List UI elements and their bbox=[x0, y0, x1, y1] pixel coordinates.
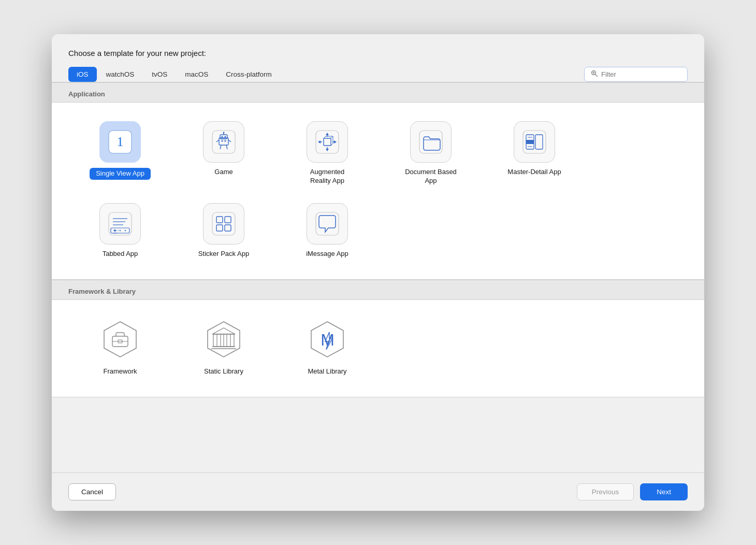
framework-icon bbox=[98, 319, 142, 362]
single-view-app-label: Single View App bbox=[90, 168, 151, 180]
template-sticker-pack[interactable]: Sticker Pack App bbox=[172, 197, 275, 265]
svg-point-10 bbox=[225, 136, 226, 138]
metal-library-icon: M bbox=[306, 319, 349, 362]
tabbed-app-icon bbox=[107, 210, 134, 237]
application-template-grid: 1 Single View App bbox=[68, 115, 688, 265]
template-document-app[interactable]: Document BasedApp bbox=[379, 115, 483, 192]
application-section-body: 1 Single View App bbox=[52, 103, 704, 280]
master-detail-icon bbox=[521, 128, 548, 155]
svg-text:1: 1 bbox=[117, 134, 124, 149]
framework-library-section-header: Framework & Library bbox=[52, 280, 704, 300]
next-button[interactable]: Next bbox=[640, 483, 688, 500]
tabbed-app-label: Tabbed App bbox=[103, 250, 138, 259]
game-icon bbox=[210, 128, 237, 155]
tab-watchos[interactable]: watchOS bbox=[98, 67, 143, 82]
metal-library-icon-wrapper: M bbox=[306, 319, 349, 362]
framework-template-grid: Framework bbox=[68, 312, 688, 382]
svg-point-12 bbox=[223, 132, 225, 134]
template-static-library[interactable]: Static Library bbox=[172, 312, 275, 382]
imessage-app-icon-wrapper bbox=[307, 203, 348, 245]
template-master-detail[interactable]: Master-Detail App bbox=[483, 115, 586, 192]
master-detail-label: Master-Detail App bbox=[507, 168, 561, 177]
ar-app-icon-wrapper bbox=[307, 121, 348, 163]
dialog-footer: Cancel Previous Next bbox=[52, 472, 704, 511]
framework-icon-wrapper bbox=[98, 319, 142, 362]
ar-app-label: AugmentedReality App bbox=[310, 168, 345, 185]
svg-point-9 bbox=[222, 136, 223, 138]
template-metal-library[interactable]: M Metal Library bbox=[275, 312, 379, 382]
svg-marker-60 bbox=[104, 322, 136, 357]
svg-rect-54 bbox=[212, 212, 235, 235]
master-detail-icon-wrapper bbox=[514, 121, 555, 163]
game-label: Game bbox=[214, 168, 232, 177]
dialog-title: Choose a template for your new project: bbox=[52, 49, 704, 67]
document-app-icon-wrapper bbox=[410, 121, 452, 163]
previous-button[interactable]: Previous bbox=[577, 483, 634, 500]
svg-rect-42 bbox=[109, 212, 132, 235]
document-app-icon bbox=[417, 128, 444, 155]
tab-macos[interactable]: macOS bbox=[177, 67, 216, 82]
filter-box bbox=[584, 67, 688, 82]
game-icon-wrapper bbox=[203, 121, 244, 163]
svg-point-51 bbox=[113, 230, 114, 231]
framework-label: Framework bbox=[103, 367, 137, 376]
framework-library-section-body: Framework bbox=[52, 300, 704, 397]
imessage-app-label: iMessage App bbox=[306, 250, 348, 259]
document-app-label: Document BasedApp bbox=[405, 168, 457, 185]
static-library-icon bbox=[202, 319, 245, 362]
ar-app-icon bbox=[314, 128, 341, 155]
framework-library-section: Framework & Library bbox=[52, 280, 704, 397]
tabs-container: iOS watchOS tvOS macOS Cross-platform bbox=[68, 67, 584, 82]
filter-icon bbox=[591, 70, 598, 79]
tab-ios[interactable]: iOS bbox=[68, 67, 97, 82]
imessage-app-icon bbox=[314, 210, 341, 237]
tab-cross-platform[interactable]: Cross-platform bbox=[217, 67, 280, 82]
metal-library-label: Metal Library bbox=[308, 367, 346, 376]
tab-tvos[interactable]: tvOS bbox=[143, 67, 176, 82]
sticker-pack-label: Sticker Pack App bbox=[198, 250, 249, 259]
svg-line-1 bbox=[595, 75, 598, 77]
sticker-pack-icon-wrapper bbox=[203, 203, 244, 245]
template-game[interactable]: Game bbox=[172, 115, 275, 192]
application-section: Application 1 Single View App bbox=[52, 82, 704, 280]
template-framework[interactable]: Framework bbox=[68, 312, 172, 382]
svg-point-53 bbox=[118, 230, 119, 231]
tabbed-app-icon-wrapper bbox=[99, 203, 141, 245]
template-tabbed-app[interactable]: Tabbed App bbox=[68, 197, 172, 265]
single-view-app-icon-wrapper: 1 bbox=[99, 121, 141, 163]
static-library-label: Static Library bbox=[204, 367, 243, 376]
template-single-view-app[interactable]: 1 Single View App bbox=[68, 115, 172, 192]
sticker-pack-icon bbox=[210, 210, 237, 237]
svg-point-52 bbox=[115, 230, 117, 231]
template-ar-app[interactable]: AugmentedReality App bbox=[275, 115, 379, 192]
filter-input[interactable] bbox=[601, 70, 674, 78]
static-library-icon-wrapper bbox=[202, 319, 245, 362]
single-view-app-icon: 1 bbox=[107, 128, 134, 155]
footer-right-buttons: Previous Next bbox=[577, 483, 688, 500]
platform-tab-bar: iOS watchOS tvOS macOS Cross-platform bbox=[52, 67, 704, 82]
svg-rect-39 bbox=[526, 140, 534, 144]
svg-marker-66 bbox=[212, 328, 235, 334]
template-content-area: Application 1 Single View App bbox=[52, 82, 704, 472]
template-imessage-app[interactable]: iMessage App bbox=[275, 197, 379, 265]
cancel-button[interactable]: Cancel bbox=[68, 483, 116, 500]
application-section-header: Application bbox=[52, 82, 704, 103]
project-template-dialog: Choose a template for your new project: … bbox=[52, 34, 704, 511]
